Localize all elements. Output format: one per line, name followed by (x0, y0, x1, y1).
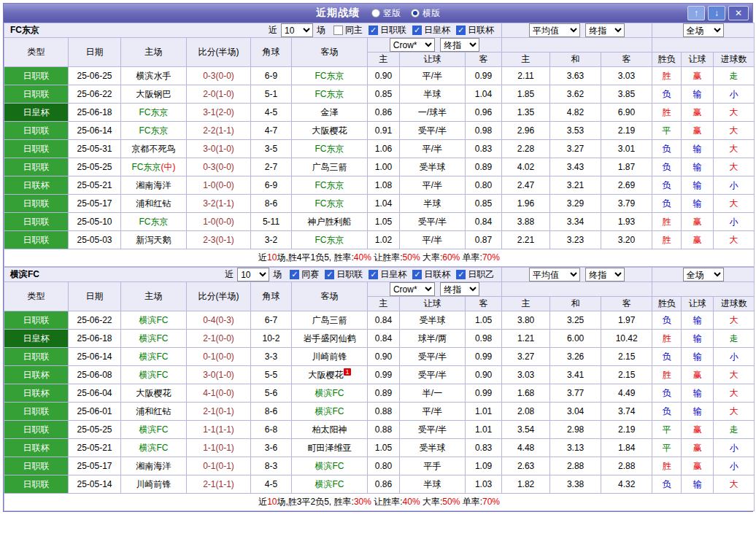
results-table: FC东京 近10场同主日职联日皇杯日联杯 平均值 终指 全场 类型 日期 主场 … (4, 23, 755, 267)
average-type-select[interactable]: 终指 (585, 23, 625, 37)
handicap-line: 一/球半 (400, 104, 466, 122)
close-button[interactable]: ✕ (728, 6, 749, 20)
subcolumn-header: 进球数 (714, 53, 755, 67)
score-cell: 1-0(0-0) (187, 213, 251, 231)
avg-odds-home: 2.08 (502, 403, 550, 421)
home-team-cell: 湘南海洋 (121, 176, 187, 195)
league-filter-checkbox[interactable]: 日职联 (369, 24, 406, 36)
odds-source-select[interactable]: Crow* (390, 282, 435, 296)
average-source-select[interactable]: 平均值 (529, 268, 580, 281)
league-type-cell: 日职联 (4, 195, 69, 213)
average-source-select[interactable]: 平均值 (529, 23, 580, 37)
corner-cell: 3-3 (251, 348, 292, 366)
league-filter-checkbox[interactable]: 日皇杯 (369, 268, 406, 281)
layout-radio-horizontal[interactable]: 横版 (411, 7, 440, 20)
match-row: 日皇杯25-06-18FC东京3-1(2-0)4-5金泽0.86一/球半0.96… (4, 104, 755, 122)
avg-odds-home: 3.03 (502, 366, 550, 384)
avg-odds-home: 4.02 (502, 158, 550, 176)
result-handicap: 输 (682, 348, 714, 366)
team-text: 京都不死鸟 (132, 144, 176, 154)
date-cell: 25-05-03 (69, 231, 121, 249)
league-filter-checkbox[interactable]: 日联杯 (456, 24, 494, 36)
avg-odds-draw: 3.41 (550, 366, 601, 384)
result-handicap: 输 (682, 158, 714, 176)
league-filter-checkbox[interactable]: 日联杯 (412, 268, 450, 281)
average-odds-header: 平均值 终指 (502, 268, 652, 282)
corner-cell: 6-7 (251, 311, 292, 330)
date-cell: 25-05-25 (69, 421, 121, 439)
result-handicap: 输 (682, 475, 714, 494)
avg-odds-away: 3.79 (601, 195, 652, 213)
league-filter-checkbox[interactable]: 日职联 (325, 268, 363, 281)
summary-segment: 50% (403, 252, 420, 263)
games-count-select[interactable]: 10 (237, 268, 269, 281)
subcolumn-header: 让球 (400, 53, 466, 67)
handicap-odds-home: 0.84 (368, 311, 400, 330)
league-type-cell: 日职联 (4, 231, 69, 249)
checkbox-label: 日皇杯 (380, 268, 406, 281)
subcolumn-header: 胜负 (652, 297, 682, 311)
handicap-line: 受平/半 (400, 348, 466, 366)
scope-select[interactable]: 全场 (683, 268, 724, 281)
team-text: 横滨FC (139, 443, 169, 453)
team-text: 浦和红钻 (136, 198, 171, 209)
odds-type-select[interactable]: 终指 (440, 282, 479, 296)
subcolumn-header: 和 (550, 297, 601, 311)
result-goals: 大 (714, 403, 755, 421)
avg-odds-draw: 3.77 (550, 384, 601, 403)
team-text: FC东京 (139, 125, 169, 136)
summary-segment: 40% (354, 252, 371, 263)
handicap-odds-away: 1.09 (466, 457, 502, 475)
corner-cell: 2-7 (251, 158, 292, 176)
summary-segment: 让胜率: (371, 252, 403, 263)
away-team-cell: 大阪樱花 (292, 122, 368, 140)
team-text: FC东京 (315, 198, 344, 209)
result-outcome: 负 (652, 348, 682, 366)
match-rows: 日职联25-06-22横滨FC0-4(0-3)6-7广岛三箭0.84受半球1.0… (4, 311, 755, 494)
subcolumn-header: 让球 (682, 53, 714, 67)
corner-cell: 6-9 (251, 67, 292, 85)
result-handicap: 赢 (682, 421, 714, 439)
team-name: FC东京 (10, 24, 39, 36)
layout-radio-vertical[interactable]: 竖版 (371, 7, 401, 20)
league-type-cell: 日职联 (4, 213, 69, 231)
handicap-odds-away: 0.98 (466, 330, 502, 348)
match-row: 日职联25-05-14川崎前锋2-1(1-1)4-5横滨FC0.86半球1.03… (4, 475, 755, 494)
header-spacer (652, 282, 755, 297)
league-filter-checkbox[interactable]: 同主 (333, 24, 363, 36)
odds-source-select[interactable]: Crow* (390, 38, 435, 52)
result-goals: 小 (714, 85, 755, 104)
match-row: 日职联25-05-03新泻天鹅2-3(0-1)3-2FC东京1.02平/半0.8… (4, 231, 755, 249)
away-team-cell: 柏太阳神 (292, 421, 368, 439)
away-team-cell: FC东京 (292, 67, 368, 85)
average-type-select[interactable]: 终指 (585, 268, 625, 281)
checkbox-icon (333, 26, 343, 35)
summary-segment: 让胜率: (371, 497, 403, 507)
team-text: FC东京 (139, 107, 169, 117)
scroll-up-button[interactable]: ↑ (687, 6, 705, 20)
result-goals: 大 (714, 104, 755, 122)
result-handicap: 赢 (682, 104, 714, 122)
corner-cell: 3-2 (251, 231, 292, 249)
handicap-line: 半/一 (400, 384, 466, 403)
checkbox-label: 日皇杯 (424, 24, 450, 36)
away-team-cell: 横滨FC (292, 475, 368, 494)
column-header: 比分(半场) (187, 282, 251, 311)
avg-odds-home: 2.11 (502, 67, 550, 85)
league-filter-checkbox[interactable]: 同赛 (290, 268, 319, 281)
league-filter-checkbox[interactable]: 日职乙 (456, 268, 494, 281)
result-outcome: 胜 (652, 104, 682, 122)
team-text: 大阪樱花 (136, 388, 171, 398)
team-text: 横滨FC (315, 461, 344, 471)
corner-cell: 4-5 (251, 104, 292, 122)
odds-type-select[interactable]: 终指 (440, 38, 479, 52)
result-outcome: 胜 (652, 213, 682, 231)
league-filter-checkbox[interactable]: 日皇杯 (412, 24, 450, 36)
match-row: 日职联25-05-25FC东京(中)0-3(0-0)2-7广岛三箭1.00受半球… (4, 158, 755, 176)
column-header: 日期 (69, 282, 121, 311)
scroll-down-button[interactable]: ↓ (708, 6, 725, 20)
scope-select[interactable]: 全场 (683, 23, 724, 37)
score-cell: 3-0(1-0) (187, 140, 251, 158)
games-count-select[interactable]: 10 (281, 23, 313, 37)
result-goals: 小 (714, 213, 755, 231)
